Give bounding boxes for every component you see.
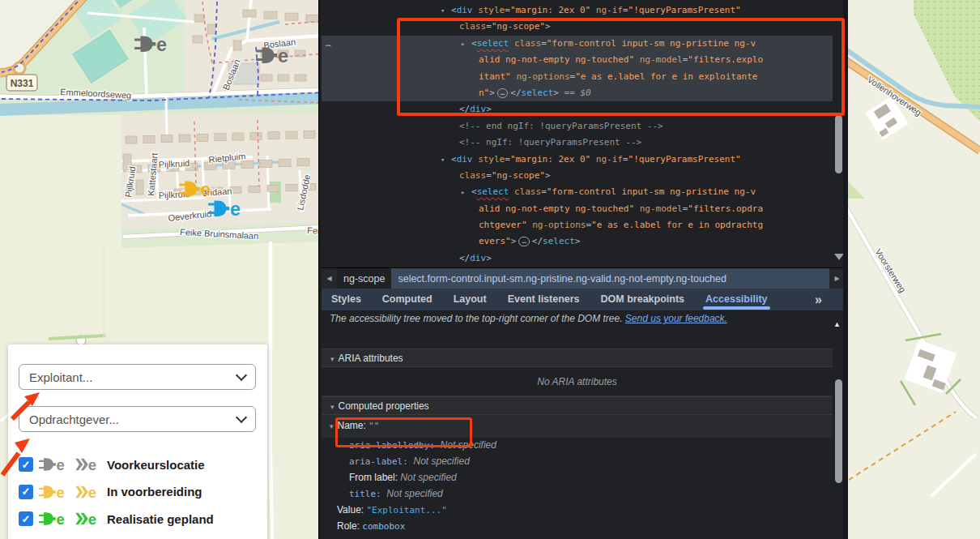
property-row-value: Value: "Exploitant..." bbox=[322, 503, 833, 519]
legend-label: In voorbereiding bbox=[107, 485, 202, 498]
empty-message: No ARIA attributes bbox=[322, 367, 833, 396]
accessibility-scrollbar-thumb[interactable] bbox=[835, 379, 842, 483]
street-label: Pijlkruid bbox=[158, 158, 190, 169]
chevron-down-icon bbox=[236, 370, 247, 381]
property-source-row: aria-label: Not specified bbox=[322, 454, 833, 470]
property-source-row: title: Not specified bbox=[322, 486, 833, 503]
disclosure-triangle-icon: ▾ bbox=[330, 403, 334, 411]
exploitant-select-value: Exploitant... bbox=[29, 370, 237, 384]
devtools-tabs: StylesComputedLayoutEvent listenersDOM b… bbox=[322, 289, 845, 310]
disclosure-triangle-icon: ▾ bbox=[330, 422, 334, 430]
tab-styles[interactable]: Styles bbox=[331, 289, 361, 310]
expand-arrow-open-icon[interactable]: ▾ bbox=[441, 2, 445, 19]
tab-computed[interactable]: Computed bbox=[382, 289, 432, 310]
inline-expand-button[interactable]: … bbox=[518, 237, 529, 246]
breadcrumb-left-arrow[interactable]: ◀ bbox=[322, 268, 337, 289]
code-line[interactable]: chtgever" ng-options="e as e.label for e… bbox=[322, 217, 833, 233]
code-line[interactable]: class="ng-scope"> bbox=[322, 168, 833, 184]
legend-label: Voorkeurslocatie bbox=[107, 458, 205, 472]
expand-arrow-open-icon[interactable]: ▾ bbox=[441, 152, 445, 168]
expand-arrow-closed-icon[interactable]: ▸ bbox=[461, 184, 465, 200]
accessibility-notice: The accessibility tree moved to the top-… bbox=[322, 310, 833, 327]
tab-accessibility[interactable]: Accessibility bbox=[705, 289, 767, 310]
double-chevron-e-icon bbox=[75, 485, 98, 499]
code-line[interactable]: ▸<select class="form-control input-sm ng… bbox=[322, 184, 833, 200]
scroll-up-arrow[interactable]: ▲ bbox=[833, 320, 841, 328]
exploitant-select[interactable]: Exploitant... bbox=[19, 364, 256, 390]
legend-row: ✓Voorkeurslocatie bbox=[19, 455, 205, 474]
code-line[interactable]: alid ng-not-empty ng-touched" ng-model="… bbox=[322, 201, 833, 217]
gutter-marker: … bbox=[326, 36, 332, 52]
property-source-row: From label: Not specified bbox=[322, 470, 833, 486]
legend-row: ✓In voorbereiding bbox=[19, 482, 202, 502]
code-line[interactable]: <!-- ngIf: !queryParamsPresent --> bbox=[322, 135, 833, 151]
opdrachtgever-select-value: Opdrachtgever... bbox=[29, 413, 237, 426]
status-checkbox[interactable]: ✓ bbox=[19, 457, 33, 472]
plug-e-icon bbox=[39, 457, 70, 472]
disclosure-triangle-icon: ▾ bbox=[330, 355, 334, 363]
devtools-breadcrumb: ◀ng-scopeselect.form-control.input-sm.ng… bbox=[322, 267, 845, 289]
section-header[interactable]: ▾Computed properties bbox=[322, 396, 833, 415]
code-line[interactable]: <!-- end ngIf: !queryParamsPresent --> bbox=[322, 118, 833, 135]
code-line[interactable]: evers">…</select> bbox=[322, 233, 833, 250]
tab-event-listeners[interactable]: Event listeners bbox=[508, 289, 580, 310]
elements-scrollbar-thumb[interactable] bbox=[835, 115, 842, 173]
map-filter-panel: Exploitant... Opdrachtgever... ✓Voorkeur… bbox=[8, 344, 267, 539]
property-row-role: Role: combobox bbox=[322, 519, 833, 535]
legend-label: Realisatie gepland bbox=[107, 512, 214, 526]
annotation-box-name bbox=[335, 417, 472, 447]
road-badge-label: N331 bbox=[11, 78, 34, 89]
breadcrumb-item[interactable]: select.form-control.input-sm.ng-pristine… bbox=[391, 268, 829, 289]
annotation-box-code bbox=[397, 18, 845, 116]
legend-row: ✓ bbox=[19, 537, 33, 539]
plug-e-icon bbox=[39, 485, 70, 499]
notice-text: The accessibility tree moved to the top-… bbox=[330, 313, 623, 324]
a11y-spacer bbox=[322, 327, 833, 349]
code-line[interactable]: ▾<div style="margin: 2ex 0" ng-if="!quer… bbox=[322, 152, 833, 168]
tabs-overflow-icon[interactable]: » bbox=[815, 293, 822, 307]
double-chevron-e-icon bbox=[75, 457, 98, 472]
chevron-down-icon bbox=[236, 412, 247, 423]
code-line[interactable]: </div> bbox=[322, 250, 833, 267]
plug-e-icon bbox=[39, 511, 70, 526]
double-chevron-e-icon bbox=[75, 511, 98, 526]
status-checkbox[interactable]: ✓ bbox=[19, 485, 33, 499]
code-line[interactable]: ▾<div style="margin: 2ex 0" ng-if="!quer… bbox=[322, 2, 833, 19]
breadcrumb-item[interactable]: ng-scope bbox=[337, 268, 391, 289]
legend-row: ✓Realisatie gepland bbox=[19, 509, 214, 528]
tab-dom-breakpoints[interactable]: DOM breakpoints bbox=[601, 289, 685, 310]
feedback-link[interactable]: Send us your feedback. bbox=[625, 313, 727, 324]
status-checkbox[interactable]: ✓ bbox=[19, 511, 33, 526]
opdrachtgever-select[interactable]: Opdrachtgever... bbox=[19, 406, 256, 432]
section-header[interactable]: ▾ARIA attributes bbox=[322, 349, 833, 367]
tab-layout[interactable]: Layout bbox=[454, 289, 487, 310]
